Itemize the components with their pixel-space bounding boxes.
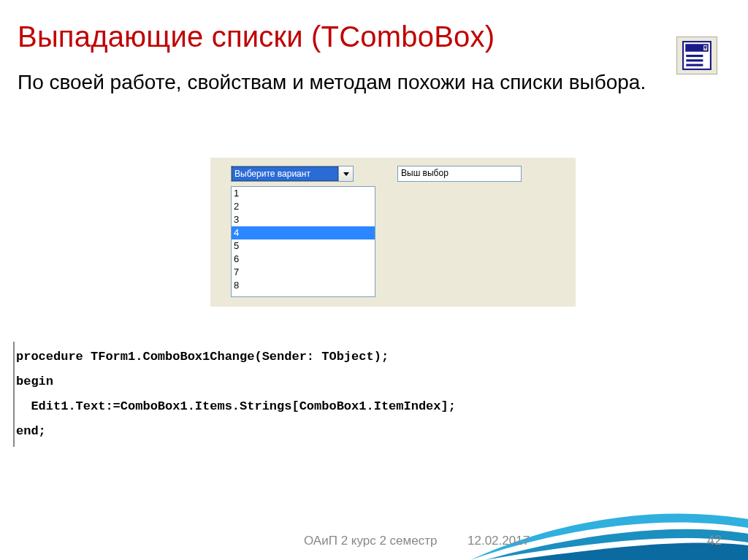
svg-rect-4 <box>686 55 703 57</box>
slide-title: Выпадающие списки (TComboBox) <box>18 20 730 53</box>
svg-rect-6 <box>686 64 703 66</box>
demo-panel: Выберите вариант 12345678 Выш выбор <box>210 158 576 307</box>
code-block: procedure TForm1.ComboBox1Change(Sender:… <box>13 342 736 447</box>
body-paragraph: По своей работе, свойствам и методам пох… <box>18 69 704 95</box>
list-item[interactable]: 2 <box>232 200 375 213</box>
combobox-selected-text: Выберите вариант <box>232 166 338 181</box>
list-item[interactable]: 6 <box>232 253 375 266</box>
combobox-icon <box>682 40 712 71</box>
footer-page-number: 42 <box>707 533 722 548</box>
list-item[interactable]: 8 <box>232 279 375 292</box>
list-item[interactable]: 7 <box>232 266 375 279</box>
svg-rect-5 <box>686 59 703 61</box>
dropdown-listbox[interactable]: 12345678 <box>231 186 375 297</box>
list-item[interactable]: 5 <box>232 239 375 253</box>
list-item[interactable]: 1 <box>232 187 375 200</box>
combobox-dropdown-button[interactable] <box>338 166 353 181</box>
code-text: procedure TForm1.ComboBox1Change(Sender:… <box>15 345 736 444</box>
combobox-toolbar-icon <box>676 37 717 74</box>
combobox[interactable]: Выберите вариант <box>231 166 354 182</box>
footer-date: 12.02.2017 <box>468 534 530 548</box>
list-item[interactable]: 4 <box>232 226 375 239</box>
list-item[interactable]: 3 <box>232 213 375 226</box>
edit-field[interactable]: Выш выбор <box>397 166 522 182</box>
footer-course: ОАиП 2 курс 2 семестр <box>304 534 437 548</box>
footer: ОАиП 2 курс 2 семестр 12.02.2017 42 <box>0 526 748 556</box>
slide: Выпадающие списки (TComboBox) По своей р… <box>0 0 748 560</box>
